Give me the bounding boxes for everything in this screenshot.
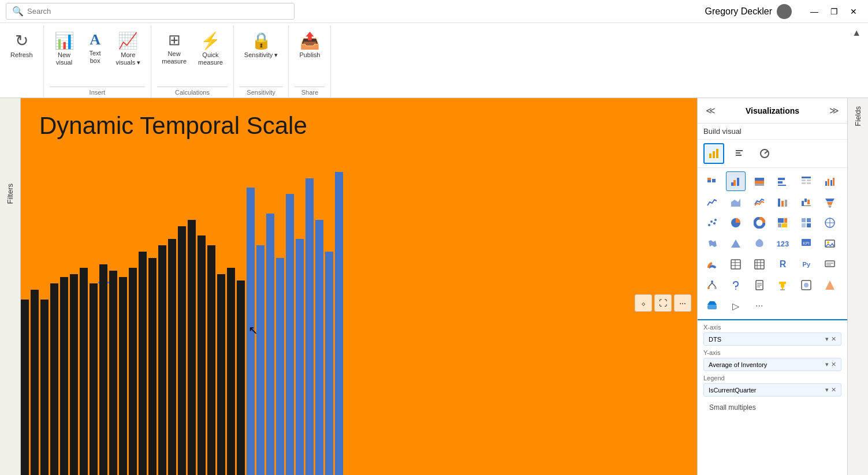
- new-visual-button[interactable]: 📊 Newvisual: [50, 29, 79, 69]
- viz-panel: ≪ Visualizations ≫ Build visual: [697, 98, 847, 475]
- y-axis-expand-btn[interactable]: ▾: [825, 361, 829, 368]
- text-box-icon: A: [90, 31, 100, 48]
- calculations-group-label: Calculations: [157, 87, 228, 98]
- view-mode-format[interactable]: [729, 143, 750, 164]
- viz-icon-decomp[interactable]: [702, 275, 722, 295]
- viz-icon-clustered-bar[interactable]: [726, 171, 746, 191]
- close-button[interactable]: ✕: [845, 3, 862, 20]
- bar-blue: [266, 214, 274, 475]
- publish-button[interactable]: 📤 Publish: [295, 29, 325, 61]
- viz-icon-trophy[interactable]: [773, 275, 792, 295]
- viz-icon-kpi[interactable]: KPI: [796, 234, 816, 253]
- viz-icon-canvas-1[interactable]: [796, 275, 816, 295]
- viz-icon-area[interactable]: [726, 192, 746, 212]
- sensitivity-button[interactable]: 🔒 Sensitivity ▾: [240, 29, 283, 61]
- publish-icon: 📤: [300, 31, 320, 50]
- viz-icon-waterfall[interactable]: [796, 192, 816, 212]
- panel-nav-right[interactable]: ≫: [827, 103, 841, 118]
- chart-area: [21, 156, 697, 475]
- filters-tab[interactable]: Filters: [3, 179, 17, 208]
- viz-icon-python[interactable]: Py: [796, 255, 816, 274]
- view-mode-chart[interactable]: [703, 143, 724, 164]
- viz-icon-funnel[interactable]: [820, 192, 840, 212]
- viz-icon-paginated[interactable]: [750, 275, 769, 295]
- sensitivity-group-label: Sensitivity: [240, 87, 283, 98]
- viz-icon-filled-map[interactable]: [702, 234, 722, 253]
- viz-icon-table-2[interactable]: [726, 255, 746, 274]
- legend-remove-btn[interactable]: ✕: [831, 386, 836, 394]
- bar: [237, 280, 245, 475]
- canvas-title: Dynamic Temporal Scale: [21, 98, 697, 154]
- viz-icon-123[interactable]: 123: [773, 234, 792, 253]
- viz-icon-treemap[interactable]: [773, 213, 792, 233]
- bar: [217, 274, 225, 475]
- viz-icon-gauge[interactable]: [702, 255, 722, 274]
- svg-marker-84: [825, 280, 835, 290]
- more-visuals-button[interactable]: 📈 Morevisuals ▾: [111, 29, 146, 69]
- fields-tab[interactable]: Fields: [851, 102, 865, 131]
- viz-icon-matrix[interactable]: [796, 213, 816, 233]
- new-measure-button[interactable]: ⊞ Newmeasure: [157, 29, 191, 68]
- viz-icon-column-clustered[interactable]: [820, 171, 840, 191]
- x-axis-remove-btn[interactable]: ✕: [831, 335, 836, 343]
- small-multiples-label: Small multiples: [703, 400, 841, 415]
- viz-icon-shape-map[interactable]: [750, 234, 769, 253]
- viz-icon-bar-h[interactable]: [773, 171, 792, 191]
- svg-rect-62: [755, 260, 764, 269]
- viz-icon-pie[interactable]: [726, 213, 746, 233]
- bar-blue: [335, 172, 343, 475]
- panel-nav-left[interactable]: ≪: [703, 103, 718, 118]
- y-axis-value[interactable]: Average of Inventory ▾ ✕: [703, 358, 841, 371]
- viz-icon-table[interactable]: [796, 171, 816, 191]
- svg-line-74: [712, 283, 716, 287]
- maximize-button[interactable]: ❐: [825, 3, 843, 20]
- canvas[interactable]: Filters Dynamic Temporal Scale ⬦ ⛶ ···: [0, 98, 697, 475]
- legend-expand-btn[interactable]: ▾: [825, 386, 829, 394]
- viz-icon-azure[interactable]: [702, 296, 722, 316]
- viz-icon-stacked-bar[interactable]: [702, 171, 722, 191]
- quick-measure-button[interactable]: ⚡ Quickmeasure: [193, 29, 228, 69]
- x-axis-actions: ▾ ✕: [825, 335, 836, 343]
- viz-icon-stacked-bar-100[interactable]: [750, 171, 769, 191]
- svg-point-72: [714, 287, 717, 289]
- bar: [168, 239, 176, 475]
- viz-icon-donut[interactable]: [750, 213, 769, 233]
- bar-blue: [286, 194, 294, 475]
- bar: [90, 283, 98, 475]
- legend-value[interactable]: IsCurrentQuarter ▾ ✕: [703, 383, 841, 397]
- refresh-button[interactable]: ↻ Refresh: [6, 29, 38, 61]
- x-axis-value[interactable]: DTS ▾ ✕: [703, 332, 841, 346]
- search-bar[interactable]: 🔍: [6, 3, 295, 20]
- main-area: Filters Dynamic Temporal Scale ⬦ ⛶ ···: [0, 98, 868, 475]
- viz-icon-r[interactable]: R: [773, 255, 792, 274]
- fields-side-panel: Fields: [847, 98, 868, 475]
- x-axis-expand-btn[interactable]: ▾: [825, 335, 829, 343]
- y-axis-remove-btn[interactable]: ✕: [831, 361, 836, 368]
- viz-icon-triangle-map[interactable]: [726, 234, 746, 253]
- svg-rect-26: [778, 199, 780, 207]
- search-input[interactable]: [27, 7, 288, 16]
- text-box-button[interactable]: A Textbox: [81, 29, 109, 67]
- user-name: Gregory Deckler: [705, 6, 772, 17]
- viz-icon-line-clustered[interactable]: [750, 192, 769, 212]
- viz-icon-forward[interactable]: ▷: [726, 296, 746, 316]
- ribbon-group-share: 📤 Publish Share: [289, 25, 331, 98]
- viz-icon-ribbon[interactable]: [773, 192, 792, 212]
- svg-text:KPI: KPI: [803, 241, 810, 245]
- ribbon-collapse[interactable]: ▲: [845, 25, 868, 40]
- viz-icon-image[interactable]: [820, 234, 840, 253]
- viz-icon-map[interactable]: [820, 213, 840, 233]
- sensitivity-label: Sensitivity ▾: [244, 51, 278, 59]
- svg-rect-17: [802, 179, 806, 181]
- viz-icon-line[interactable]: [702, 192, 722, 212]
- view-mode-analytics[interactable]: [754, 143, 775, 164]
- viz-icon-ellipsis[interactable]: ···: [750, 296, 769, 316]
- viz-icon-matrix-2[interactable]: [750, 255, 769, 274]
- viz-icon-smartnarrative[interactable]: [820, 255, 840, 274]
- svg-rect-21: [825, 181, 827, 186]
- viz-icon-scatter[interactable]: [702, 213, 722, 233]
- minimize-button[interactable]: —: [806, 3, 823, 20]
- viz-icon-qa[interactable]: [726, 275, 746, 295]
- svg-rect-16: [802, 177, 811, 178]
- viz-icon-custom-1[interactable]: [820, 275, 840, 295]
